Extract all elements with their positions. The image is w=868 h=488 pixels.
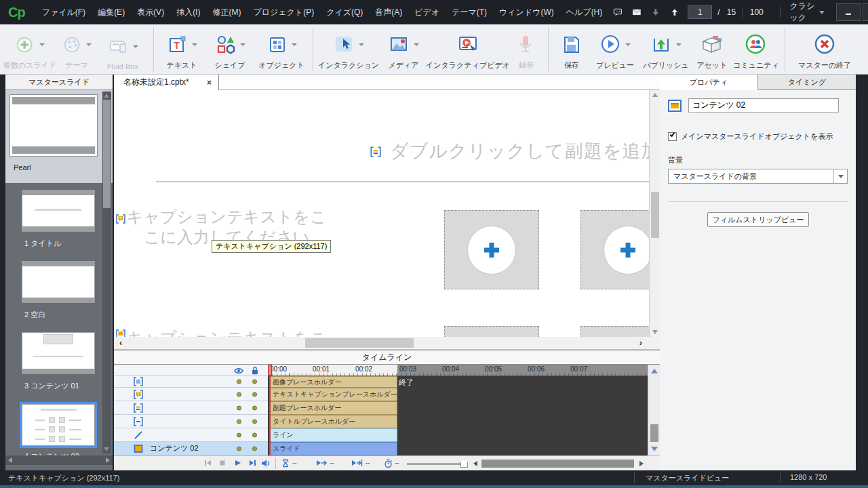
scroll-up-arrow[interactable] — [104, 94, 109, 98]
slide-canvas[interactable]: ダブルクリックして副題を追加 T キャプションテキストをこ こに入力してください… — [114, 90, 660, 337]
toolbar-save-button[interactable]: 保存 — [553, 24, 591, 74]
timeline-horizontal-scrollbar-thumb[interactable] — [481, 460, 634, 468]
menu-view[interactable]: 表示(V) — [131, 0, 170, 24]
timeline-row-text-caption-placeholder[interactable]: T テキストキャプションプレースホルダー — [114, 388, 660, 401]
go-to-start-button[interactable] — [203, 459, 212, 467]
toolbar-interactions-button[interactable]: インタラクション — [317, 24, 380, 74]
object-name-input[interactable] — [688, 98, 839, 113]
lock-dot[interactable] — [252, 446, 257, 451]
timeline-bar[interactable]: 画像プレースホルダー — [269, 376, 397, 388]
scrollbar-thumb[interactable] — [103, 100, 111, 208]
stopwatch-icon[interactable] — [384, 459, 393, 468]
lock-dot[interactable] — [252, 419, 257, 424]
scroll-right-arrow[interactable] — [106, 458, 110, 463]
playhead-handle[interactable] — [268, 365, 272, 375]
subtitle-placeholder-text[interactable]: ダブルクリックして副題を追加 — [390, 139, 660, 163]
lock-dot[interactable] — [252, 392, 257, 396]
slide-divider-line[interactable] — [156, 181, 653, 182]
image-placeholder-box-clipped[interactable] — [444, 326, 539, 337]
toolbar-assets-button[interactable]: アセット — [692, 24, 732, 74]
upload-arrow-icon[interactable] — [670, 6, 679, 18]
scroll-left-arrow[interactable] — [473, 461, 477, 466]
timeline-zoom-slider[interactable] — [407, 463, 467, 465]
visibility-dot[interactable] — [237, 380, 241, 384]
scroll-left-arrow[interactable]: ‹ — [119, 338, 122, 348]
lock-dot[interactable] — [252, 405, 257, 410]
toolbar-text-button[interactable]: T テキスト — [158, 24, 205, 74]
image-placeholder-box[interactable] — [580, 210, 660, 289]
download-arrow-icon[interactable] — [651, 6, 660, 18]
scroll-right-arrow[interactable] — [639, 461, 644, 466]
scrollbar-thumb[interactable] — [650, 424, 658, 442]
tab-timing[interactable]: タイミング — [758, 75, 856, 89]
menu-help[interactable]: ヘルプ(H) — [560, 0, 609, 24]
menu-modify[interactable]: 修正(M) — [206, 0, 247, 24]
timeline-bar[interactable]: テキストキャプションプレースホルダー — [269, 388, 397, 401]
toolbar-objects-button[interactable]: オブジェクト — [254, 24, 309, 74]
master-slide-label[interactable]: 1 タイトル — [24, 239, 61, 249]
mail-icon[interactable] — [632, 6, 642, 18]
scrollbar-thumb[interactable] — [305, 338, 414, 348]
caption-placeholder-text-clipped[interactable]: キャプションテキストをこ — [126, 327, 327, 337]
toolbar-community-button[interactable]: コミュニティ — [732, 24, 781, 74]
maximize-button[interactable] — [863, 3, 868, 21]
master-slide-label[interactable]: 3 コンテンツ 01 — [24, 381, 79, 391]
scroll-up-arrow[interactable] — [651, 369, 658, 373]
scrollbar-thumb[interactable] — [651, 192, 659, 238]
add-content-circle[interactable] — [604, 226, 652, 274]
select-dropdown-button[interactable] — [833, 169, 847, 183]
play-button[interactable] — [233, 459, 241, 467]
go-to-end-button[interactable] — [248, 459, 257, 467]
lock-dot[interactable] — [252, 380, 257, 384]
timeline-row-slide[interactable]: コンテンツ 02 スライド — [114, 442, 660, 455]
master-panel-horizontal-scrollbar[interactable] — [5, 455, 113, 465]
timeline-bar[interactable]: 副題プレースホルダー — [269, 401, 397, 415]
lock-icon[interactable] — [250, 365, 260, 375]
visibility-eye-icon[interactable] — [233, 366, 244, 375]
toolbar-interactive-video-button[interactable]: インタラクティブビデオ — [427, 24, 509, 74]
canvas-vertical-scrollbar[interactable] — [649, 90, 660, 337]
background-select[interactable]: マスタースライドの背景 — [668, 169, 848, 184]
visibility-dot[interactable] — [237, 405, 241, 410]
master-slide-label[interactable]: Pearl — [14, 163, 31, 171]
scroll-down-arrow[interactable] — [104, 447, 109, 451]
slide-number-input[interactable] — [688, 5, 712, 19]
tab-close-icon[interactable]: × — [207, 78, 212, 87]
master-slide-thumbnail-content01[interactable] — [22, 332, 95, 374]
timeline-row-title-placeholder[interactable]: タイトルプレースホルダー — [114, 415, 660, 428]
menu-audio[interactable]: 音声(A) — [369, 0, 408, 24]
show-main-objects-checkbox[interactable] — [668, 132, 677, 141]
master-slide-thumbnail-content02[interactable] — [22, 404, 95, 446]
visibility-dot[interactable] — [237, 446, 241, 451]
toolbar-slides-button[interactable]: 複数のスライド — [3, 24, 57, 74]
filmstrip-view-button[interactable]: フィルムストリップビュー — [707, 212, 809, 227]
scroll-down-arrow[interactable] — [652, 330, 658, 334]
workspace-selector[interactable]: クラシック — [789, 1, 825, 24]
image-placeholder-box[interactable] — [444, 210, 539, 289]
timeline-bar[interactable]: タイトルプレースホルダー — [269, 415, 397, 428]
minimize-button[interactable] — [836, 3, 861, 21]
image-placeholder-box-clipped[interactable] — [580, 326, 660, 337]
menu-quiz[interactable]: クイズ(Q) — [320, 0, 369, 24]
toolbar-themes-button[interactable]: テーマ — [57, 24, 96, 74]
timeline-row-line[interactable]: ライン — [114, 428, 660, 442]
master-slide-label[interactable]: 2 空白 — [24, 310, 45, 320]
stop-button[interactable] — [218, 459, 226, 467]
timeline-ruler[interactable]: 00:00 00:01 00:02 00:03 00:04 00:05 00:0… — [268, 365, 648, 376]
toolbar-publish-button[interactable]: パブリッシュ — [639, 24, 692, 74]
canvas-horizontal-scrollbar[interactable]: ‹ › — [114, 337, 660, 350]
toolbar-preview-button[interactable]: プレビュー — [591, 24, 639, 74]
timeline-vertical-scrollbar[interactable] — [648, 365, 660, 455]
menu-edit[interactable]: 編集(E) — [92, 0, 131, 24]
scroll-right-arrow[interactable]: › — [639, 338, 642, 348]
zoom-level[interactable]: 100 — [750, 7, 764, 17]
audio-button[interactable] — [261, 459, 271, 468]
toolbar-record-button[interactable]: 録音 — [509, 24, 544, 74]
timeline-bar[interactable]: ライン — [269, 428, 397, 442]
master-slide-thumbnail-pearl[interactable] — [9, 94, 98, 157]
timeline-row-subtitle-placeholder[interactable]: 副題プレースホルダー — [114, 401, 660, 415]
notes-icon[interactable] — [613, 6, 623, 18]
add-content-circle[interactable] — [467, 226, 516, 274]
master-slides-panel-title[interactable]: マスタースライド — [5, 75, 113, 90]
visibility-dot[interactable] — [237, 432, 241, 437]
